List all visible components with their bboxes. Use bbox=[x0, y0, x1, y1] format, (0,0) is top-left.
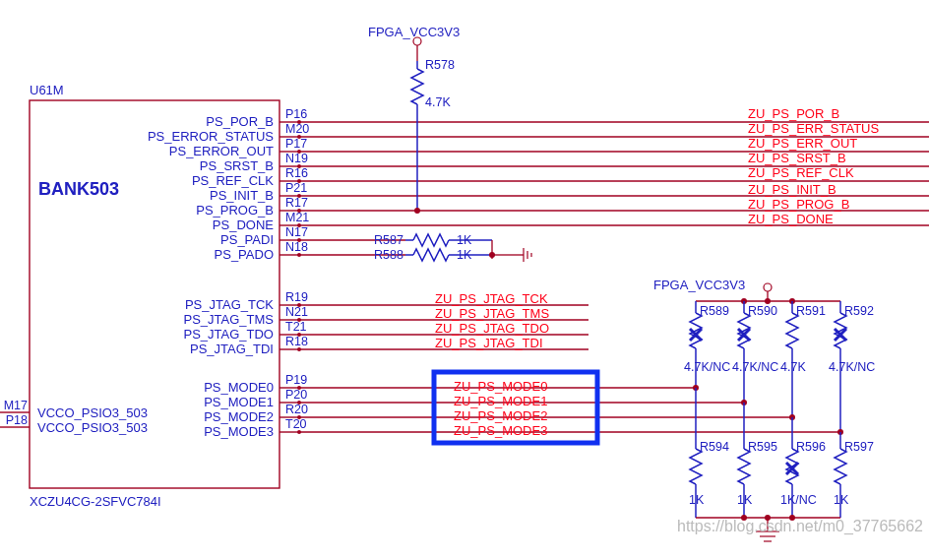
net-label: ZU_PS_REF_CLK bbox=[748, 165, 854, 180]
ps-pin-group: PS_POR_B P16 ZU_PS_POR_B PS_ERROR_STATUS… bbox=[148, 106, 929, 232]
pin-name: PS_SRST_B bbox=[200, 158, 274, 173]
r588: R588 1K bbox=[374, 248, 492, 262]
pin-num: P17 bbox=[285, 137, 307, 151]
svg-text:4.7K/NC: 4.7K/NC bbox=[829, 360, 875, 374]
svg-point-92 bbox=[764, 283, 772, 291]
svg-point-28 bbox=[414, 208, 420, 214]
jtag-group: PS_JTAG_TCK R19 ZU_PS_JTAG_TCK PS_JTAG_T… bbox=[183, 290, 588, 356]
svg-text:R595: R595 bbox=[748, 440, 777, 454]
power-right: FPGA_VCC3V3 bbox=[653, 278, 745, 292]
svg-text:ZU_PS_MODE3: ZU_PS_MODE3 bbox=[454, 423, 547, 438]
svg-text:PS_MODE1: PS_MODE1 bbox=[204, 395, 274, 409]
r578-val: 4.7K bbox=[425, 95, 451, 109]
net-label: ZU_PS_SRST_B bbox=[748, 151, 846, 165]
svg-text:P20: P20 bbox=[285, 388, 307, 402]
pulldown-group: R594 1K R595 1K R596 1K/NC R597 1K bbox=[689, 388, 874, 518]
r587-ref: R587 bbox=[374, 233, 403, 247]
svg-text:R18: R18 bbox=[285, 335, 308, 348]
svg-text:R19: R19 bbox=[285, 290, 308, 304]
svg-text:1K: 1K bbox=[834, 493, 849, 507]
net-label: ZU_PS_ERR_STATUS bbox=[748, 121, 879, 136]
ic-part-number: XCZU4CG-2SFVC784I bbox=[30, 494, 161, 509]
r588-val: 1K bbox=[457, 248, 472, 262]
svg-text:T20: T20 bbox=[285, 417, 307, 431]
svg-text:R592: R592 bbox=[844, 304, 874, 318]
svg-text:P19: P19 bbox=[285, 373, 307, 387]
pin-num: P21 bbox=[285, 181, 307, 195]
pin-name: PS_ERROR_OUT bbox=[169, 144, 274, 158]
ic-bank: BANK503 bbox=[38, 179, 119, 199]
pin-name: PS_PADO bbox=[215, 247, 274, 262]
pin-num: R16 bbox=[285, 166, 308, 180]
svg-text:ZU_PS_JTAG_TCK: ZU_PS_JTAG_TCK bbox=[435, 291, 548, 306]
gnd-small bbox=[492, 248, 531, 262]
pin-num: P16 bbox=[285, 107, 307, 121]
svg-text:PS_JTAG_TDO: PS_JTAG_TDO bbox=[183, 327, 274, 342]
svg-text:R590: R590 bbox=[748, 304, 777, 318]
svg-text:ZU_PS_JTAG_TMS: ZU_PS_JTAG_TMS bbox=[435, 306, 549, 321]
pin-name: PS_PADI bbox=[220, 232, 274, 247]
net-label: ZU_PS_ERR_OUT bbox=[748, 136, 857, 151]
r588-ref: R588 bbox=[374, 248, 403, 262]
ic-refdes: U61M bbox=[30, 83, 64, 97]
pin-name: PS_POR_B bbox=[206, 114, 274, 129]
svg-text:R589: R589 bbox=[700, 304, 729, 318]
svg-text:N21: N21 bbox=[285, 305, 308, 319]
svg-text:PS_JTAG_TMS: PS_JTAG_TMS bbox=[183, 312, 274, 327]
net-label: ZU_PS_POR_B bbox=[748, 106, 839, 121]
r587: R587 1K bbox=[374, 233, 492, 247]
pin-name: PS_ERROR_STATUS bbox=[148, 129, 274, 144]
svg-text:PS_MODE2: PS_MODE2 bbox=[204, 409, 274, 424]
svg-text:PS_MODE0: PS_MODE0 bbox=[204, 380, 274, 395]
net-label: ZU_PS_INIT_B bbox=[748, 182, 836, 197]
svg-text:R20: R20 bbox=[285, 403, 308, 416]
pin-num: N17 bbox=[285, 225, 308, 239]
net-label: ZU_PS_PROG_B bbox=[748, 197, 849, 212]
watermark: https://blog.csdn.net/m0_37765662 bbox=[677, 518, 923, 535]
mode-group: PS_MODE0 P19 ZU_PS_MODE0 PS_MODE1 P20 ZU… bbox=[204, 373, 840, 439]
power-label: FPGA_VCC3V3 bbox=[368, 25, 460, 39]
r578: R578 4.7K bbox=[411, 58, 455, 214]
pin-num: M17 bbox=[4, 399, 28, 412]
pin-name: PS_DONE bbox=[213, 218, 274, 232]
svg-text:PS_JTAG_TDI: PS_JTAG_TDI bbox=[190, 342, 274, 356]
svg-text:1K: 1K bbox=[689, 493, 705, 507]
net-label: ZU_PS_DONE bbox=[748, 212, 834, 226]
pin-num: M21 bbox=[285, 211, 309, 224]
r587-val: 1K bbox=[457, 233, 472, 247]
svg-text:R597: R597 bbox=[844, 440, 874, 454]
pin-name: PS_INIT_B bbox=[210, 188, 274, 203]
pin-name: VCCO_PSIO3_503 bbox=[37, 405, 148, 420]
pullup-group: R589 4.7K/NC R590 4.7K/NC R591 4.7K R592… bbox=[684, 301, 875, 435]
svg-text:PS_JTAG_TCK: PS_JTAG_TCK bbox=[185, 297, 274, 312]
svg-text:R594: R594 bbox=[700, 440, 729, 454]
svg-text:PS_MODE3: PS_MODE3 bbox=[204, 424, 274, 439]
svg-text:ZU_PS_JTAG_TDI: ZU_PS_JTAG_TDI bbox=[435, 336, 543, 350]
svg-text:ZU_PS_MODE2: ZU_PS_MODE2 bbox=[454, 408, 547, 423]
svg-text:1K/NC: 1K/NC bbox=[780, 493, 817, 507]
svg-text:4.7K/NC: 4.7K/NC bbox=[684, 360, 730, 374]
svg-text:ZU_PS_JTAG_TDO: ZU_PS_JTAG_TDO bbox=[435, 321, 549, 336]
svg-text:1K: 1K bbox=[737, 493, 753, 507]
pin-name: VCCO_PSIO3_503 bbox=[37, 420, 148, 435]
pin-num: N18 bbox=[285, 240, 308, 254]
pin-num: R17 bbox=[285, 196, 308, 210]
svg-text:ZU_PS_MODE1: ZU_PS_MODE1 bbox=[454, 394, 547, 408]
svg-text:R596: R596 bbox=[796, 440, 826, 454]
pin-num: M20 bbox=[285, 122, 309, 136]
pin-num: P18 bbox=[6, 413, 28, 427]
svg-text:ZU_PS_MODE0: ZU_PS_MODE0 bbox=[454, 379, 547, 394]
pin-name: PS_REF_CLK bbox=[192, 173, 274, 188]
pin-name: PS_PROG_B bbox=[196, 203, 274, 218]
svg-text:4.7K: 4.7K bbox=[780, 360, 806, 374]
svg-text:T21: T21 bbox=[285, 320, 307, 334]
pin-num: N19 bbox=[285, 152, 308, 165]
r578-ref: R578 bbox=[425, 58, 455, 72]
svg-text:4.7K/NC: 4.7K/NC bbox=[732, 360, 778, 374]
svg-text:R591: R591 bbox=[796, 304, 826, 318]
schematic-canvas: U61M BANK503 XCZU4CG-2SFVC784I M17 P18 V… bbox=[0, 0, 929, 560]
